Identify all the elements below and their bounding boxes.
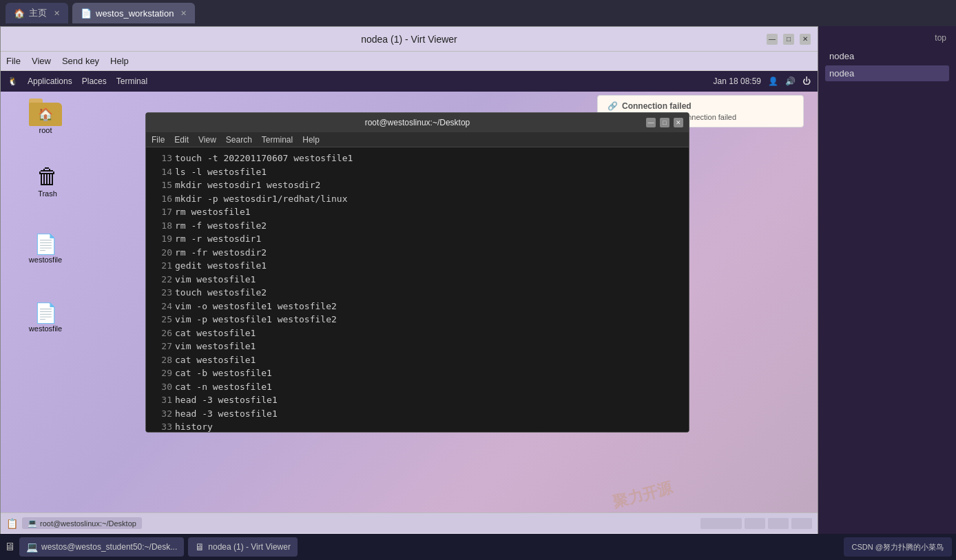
tab-westos[interactable]: 📄 westos_workstation ✕ <box>72 3 195 23</box>
term-menu-search[interactable]: Search <box>226 135 252 145</box>
vm-panel-terminal[interactable]: Terminal <box>116 76 147 86</box>
desktop-icon-trash[interactable]: 🗑 Trash <box>23 164 72 198</box>
folder-icon-root: 🏠 <box>29 98 62 126</box>
term-menu-view[interactable]: View <box>198 135 216 145</box>
desktop-icon-file2[interactable]: 📄 westosfile <box>21 302 70 333</box>
virt-titlebar: nodea (1) - Virt Viewer — □ ✕ <box>1 27 818 52</box>
term-menu-file[interactable]: File <box>152 135 165 145</box>
westos-tab-label: westos_workstation <box>96 8 174 19</box>
terminal-line: 22vim westosfile1 <box>153 273 682 287</box>
terminal-line: 30cat -n westosfile1 <box>153 380 682 394</box>
terminal-line: 32head -3 westosfile1 <box>153 407 682 421</box>
trash-icon-label: Trash <box>38 189 57 198</box>
term-taskbtn-icon: 💻 <box>28 519 37 528</box>
vm-panel-apps[interactable]: Applications <box>28 76 72 86</box>
taskbar-btn1-label: westos@westos_student50:~/Desk... <box>41 542 177 552</box>
virt-win-controls: — □ ✕ <box>767 34 811 45</box>
terminal-line: 26cat westosfile1 <box>153 326 682 340</box>
vm-sound-icon: 🔊 <box>785 76 796 86</box>
terminal-line: 29cat -b westosfile1 <box>153 366 682 380</box>
home-tab-close[interactable]: ✕ <box>54 9 60 18</box>
terminal-content[interactable]: 13touch -t 202201170607 westosfile114ls … <box>146 147 689 432</box>
tab-home[interactable]: 🏠 主页 ✕ <box>6 3 68 23</box>
root-icon-label: root <box>39 126 52 134</box>
terminal-controls: — □ ✕ <box>646 118 683 127</box>
vm-panel-apps-icon: 🐧 <box>8 76 18 86</box>
bottom-taskbar: 🖥 💻 westos@westos_student50:~/Desk... 🖥 … <box>0 534 956 560</box>
notif-title: 🔗 Connection failed <box>607 101 793 111</box>
terminal-line: 27vim westosfile1 <box>153 340 682 353</box>
virt-menu-help[interactable]: Help <box>110 56 129 66</box>
taskbar-right-btn: CSDN @努力扑腾的小菜鸟 <box>844 537 952 557</box>
terminal-line: 19rm -r westosdir1 <box>153 232 682 246</box>
taskbar-btn-virt[interactable]: 🖥 nodea (1) - Virt Viewer <box>188 537 298 557</box>
taskbar-btn2-label: nodea (1) - Virt Viewer <box>208 542 291 552</box>
vm-power-icon[interactable]: ⏻ <box>802 76 811 86</box>
terminal-line: 33history <box>153 420 682 432</box>
term-menu-terminal[interactable]: Terminal <box>262 135 293 145</box>
terminal-line: 16mkdir -p westosdir1/redhat/linux <box>153 192 682 206</box>
taskbar-right-label: CSDN @努力扑腾的小菜鸟 <box>852 542 944 552</box>
taskbar-vm-icon: 🖥 <box>4 541 15 553</box>
terminal-window: root@westoslinux:~/Desktop — □ ✕ File Ed… <box>145 112 689 433</box>
taskbar-btn2-icon: 🖥 <box>195 541 205 552</box>
terminal-line: 15mkdir westosdir1 westosdir2 <box>153 178 682 192</box>
taskbar-btn1-icon: 💻 <box>26 541 38 552</box>
notif-title-text: Connection failed <box>622 101 692 111</box>
vm-desktop: 🐧 Applications Places Terminal Jan 18 08… <box>1 71 818 533</box>
vm-panel-places[interactable]: Places <box>82 76 107 86</box>
virt-maximize-btn[interactable]: □ <box>783 34 794 45</box>
desktop-icon-file1[interactable]: 📄 westosfile <box>21 233 70 264</box>
right-panel-label: top <box>825 33 949 43</box>
virt-menubar: File View Send key Help <box>1 52 818 71</box>
terminal-line: 25vim -p westosfile1 westosfile2 <box>153 313 682 326</box>
virt-menu-file[interactable]: File <box>6 56 21 66</box>
virt-menu-view[interactable]: View <box>32 56 51 66</box>
vm-panel: 🐧 Applications Places Terminal Jan 18 08… <box>1 71 818 92</box>
westos-tab-close[interactable]: ✕ <box>180 9 187 18</box>
desktop-icon-root[interactable]: 🏠 root <box>21 98 70 134</box>
terminal-line: 31head -3 westosfile1 <box>153 393 682 407</box>
terminal-maximize[interactable]: □ <box>660 118 669 127</box>
terminal-minimize[interactable]: — <box>646 118 656 127</box>
right-panel: top nodea nodea <box>818 26 956 560</box>
terminal-line: 13touch -t 202201170607 westosfile1 <box>153 152 682 165</box>
terminal-menubar: File Edit View Search Terminal Help <box>146 132 689 147</box>
vm-panel-right: Jan 18 08:59 👤 🔊 ⏻ <box>714 76 811 86</box>
terminal-titlebar: root@westoslinux:~/Desktop — □ ✕ <box>146 113 689 132</box>
terminal-line: 24vim -o westosfile1 westosfile2 <box>153 300 682 313</box>
home-tab-label: 主页 <box>29 7 47 19</box>
right-panel-item-1[interactable]: nodea <box>825 48 949 64</box>
home-tab-icon: 🏠 <box>14 8 25 19</box>
virt-viewer-window: nodea (1) - Virt Viewer — □ ✕ File View … <box>0 26 818 560</box>
terminal-taskbar-btn[interactable]: 💻 root@westoslinux:~/Desktop <box>22 517 142 529</box>
virt-close-btn[interactable]: ✕ <box>800 34 811 45</box>
right-panel-item-2[interactable]: nodea <box>825 65 949 81</box>
terminal-close[interactable]: ✕ <box>674 118 683 127</box>
vm-network-icon: 👤 <box>768 76 778 86</box>
virt-minimize-btn[interactable]: — <box>767 34 778 45</box>
terminal-line: 17rm westosfile1 <box>153 205 682 219</box>
vm-date: Jan 18 08:59 <box>714 76 761 86</box>
watermark: 聚力开源 <box>611 477 675 513</box>
virt-menu-sendkey[interactable]: Send key <box>62 56 99 66</box>
terminal-line: 23touch westosfile2 <box>153 286 682 300</box>
terminal-line: 20rm -fr westosdir2 <box>153 246 682 260</box>
term-menu-help[interactable]: Help <box>302 135 320 145</box>
westos-tab-icon: 📄 <box>81 8 92 19</box>
terminal-title: root@westoslinux:~/Desktop <box>365 118 470 127</box>
terminal-line: 28cat westosfile1 <box>153 353 682 367</box>
terminal-line: 18rm -f westosfile2 <box>153 219 682 233</box>
virt-title: nodea (1) - Virt Viewer <box>361 34 457 45</box>
file2-label: westosfile <box>29 324 62 333</box>
rp-item1-label: nodea <box>829 51 854 61</box>
vm-statusbar: 📋 💻 root@westoslinux:~/Desktop <box>1 512 818 533</box>
terminal-line: 21gedit westosfile1 <box>153 259 682 273</box>
term-taskbtn-label: root@westoslinux:~/Desktop <box>40 519 136 528</box>
term-menu-edit[interactable]: Edit <box>174 135 189 145</box>
terminal-line: 14ls -l westosfile1 <box>153 165 682 179</box>
taskbar-btn-westos[interactable]: 💻 westos@westos_student50:~/Desk... <box>19 537 184 557</box>
file2-icon: 📄 <box>34 302 58 324</box>
file1-icon: 📄 <box>34 233 58 256</box>
vm-statusbar-icon: 📋 <box>6 518 18 529</box>
